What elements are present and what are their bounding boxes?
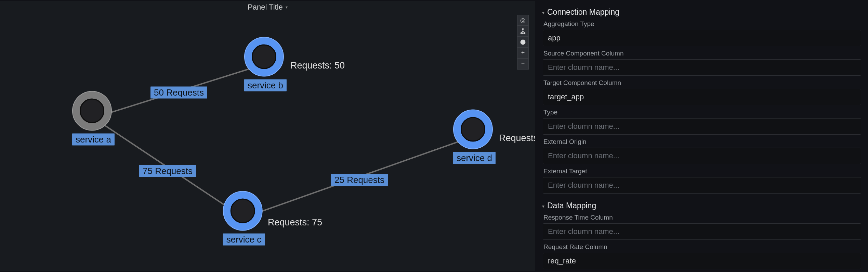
node-service-c[interactable]: service c [223,191,265,246]
field-label-type: Type [543,109,861,116]
node-donut-a [72,91,112,131]
external-origin-input[interactable] [543,148,861,164]
node-label-d: service d [453,152,496,164]
source-component-input[interactable] [543,59,861,76]
panel-header: Panel Title ▾ [0,1,535,13]
external-target-input[interactable] [543,177,861,194]
section-data-mapping[interactable]: ▾ Data Mapping [542,201,861,210]
node-service-a[interactable]: service a [72,91,115,146]
type-input[interactable] [543,118,861,135]
edge-label-cd: 25 Requests [331,174,388,186]
node-label-c: service c [223,234,265,246]
field-label-request-rate: Request Rate Column [543,243,861,251]
edge-label-ab: 50 Requests [150,87,207,99]
graph-canvas[interactable]: 50 Requests 75 Requests 25 Requests serv… [0,13,535,271]
request-rate-input[interactable] [543,253,861,269]
options-sidebar: ▾ Connection Mapping Aggregation Type So… [535,0,868,272]
target-icon: ◎ [520,16,526,24]
svg-rect-5 [523,33,524,34]
history-button[interactable] [517,37,529,48]
svg-line-8 [521,31,523,33]
zoom-in-button[interactable]: + [517,48,529,59]
chevron-down-icon: ▾ [542,203,544,209]
panel-title-text: Panel Title [248,3,283,12]
field-label-response-time: Response Time Column [543,214,861,221]
node-label-b: service b [244,79,287,91]
field-label-external-origin: External Origin [543,138,861,146]
node-service-b[interactable]: service b [244,37,287,91]
chevron-down-icon: ▾ [542,10,544,15]
section-title: Connection Mapping [547,8,619,17]
section-title: Data Mapping [547,201,596,210]
svg-rect-3 [523,28,524,29]
aggregation-type-input[interactable] [543,30,861,46]
edge-label-ac: 75 Requests [139,165,196,177]
chevron-down-icon: ▾ [286,5,288,10]
field-label-target-component: Target Component Column [543,79,861,87]
svg-rect-4 [521,33,522,34]
recenter-button[interactable]: ◎ [517,15,529,26]
field-label-source-component: Source Component Column [543,50,861,57]
minus-icon: − [521,60,525,67]
svg-line-10 [523,31,525,33]
field-label-aggregation-type: Aggregation Type [543,20,861,28]
svg-rect-6 [524,33,525,34]
node-donut-d [453,110,493,149]
clock-icon [520,39,526,45]
target-component-input[interactable] [543,89,861,105]
node-requests-c: Requests: 75 [268,217,322,228]
layout-tree-button[interactable] [517,26,529,37]
panel-title-dropdown[interactable]: Panel Title ▾ [248,3,288,12]
node-donut-b [244,37,284,77]
node-requests-b: Requests: 50 [290,60,345,71]
graph-toolbar: ◎ + − [517,15,529,70]
zoom-out-button[interactable]: − [517,59,529,70]
response-time-input[interactable] [543,223,861,240]
plus-icon: + [521,49,525,57]
visualization-panel: Panel Title ▾ 50 Requests 75 Requests 25… [0,1,535,271]
node-service-d[interactable]: service d [453,110,496,164]
node-donut-c [223,191,263,231]
node-requests-d: Requests: [499,133,535,144]
section-connection-mapping[interactable]: ▾ Connection Mapping [542,8,861,17]
tree-icon [520,28,526,34]
node-label-a: service a [72,134,115,146]
field-label-external-target: External Target [543,168,861,175]
